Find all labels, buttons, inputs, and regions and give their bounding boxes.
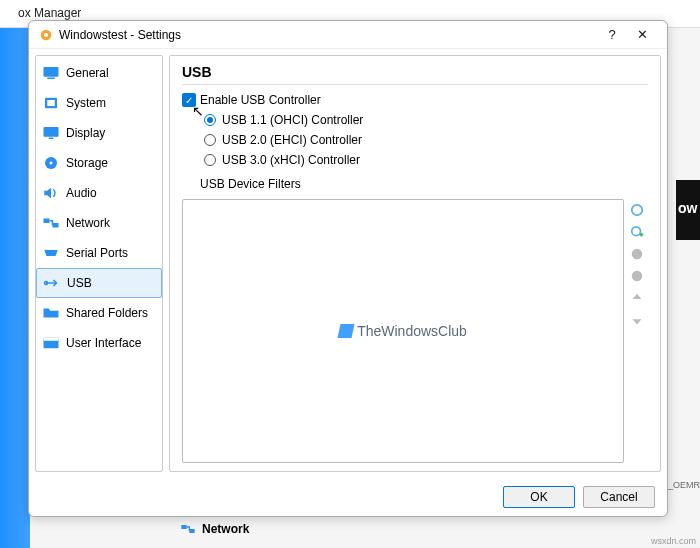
disk-icon <box>42 155 60 171</box>
gear-icon <box>39 28 53 42</box>
sidebar-item-user-interface[interactable]: User Interface <box>36 328 162 358</box>
svg-rect-2 <box>44 67 59 77</box>
svg-point-1 <box>44 32 48 36</box>
radio-icon <box>204 154 216 166</box>
parent-sidebar-strip <box>0 28 30 548</box>
sidebar-item-label: Shared Folders <box>66 306 148 320</box>
radio-icon <box>204 134 216 146</box>
watermark-text: TheWindowsClub <box>357 323 467 339</box>
add-filter-from-device-button[interactable] <box>628 223 646 241</box>
radio-usb11[interactable]: USB 1.1 (OHCI) Controller <box>204 113 648 127</box>
settings-sidebar: General System Display Storage Audio Net… <box>35 55 163 472</box>
help-button[interactable]: ? <box>597 27 627 42</box>
network-icon <box>180 522 196 536</box>
sidebar-item-system[interactable]: System <box>36 88 162 118</box>
sidebar-item-audio[interactable]: Audio <box>36 178 162 208</box>
svg-rect-10 <box>44 219 50 224</box>
svg-rect-13 <box>44 338 59 341</box>
settings-panel: USB ✓ Enable USB Controller ↖ USB 1.1 (O… <box>169 55 661 472</box>
ok-button[interactable]: OK <box>503 486 575 508</box>
sidebar-item-usb[interactable]: USB <box>36 268 162 298</box>
cursor-icon: ↖ <box>192 103 204 119</box>
dialog-title: Windowstest - Settings <box>59 28 597 42</box>
sidebar-item-label: Display <box>66 126 105 140</box>
sidebar-item-label: Storage <box>66 156 108 170</box>
svg-point-17 <box>632 271 643 282</box>
svg-rect-11 <box>53 223 59 228</box>
close-button[interactable]: ✕ <box>627 27 657 42</box>
filter-buttons <box>628 199 648 463</box>
svg-rect-18 <box>181 525 186 529</box>
display-icon <box>42 125 60 141</box>
sidebar-item-general[interactable]: General <box>36 58 162 88</box>
speaker-icon <box>42 185 60 201</box>
sidebar-item-label: General <box>66 66 109 80</box>
cancel-button[interactable]: Cancel <box>583 486 655 508</box>
svg-point-15 <box>632 227 641 236</box>
network-icon <box>42 215 60 231</box>
svg-rect-5 <box>47 100 55 106</box>
svg-rect-7 <box>49 138 54 140</box>
radio-usb30[interactable]: USB 3.0 (xHCI) Controller <box>204 153 648 167</box>
sidebar-item-label: Serial Ports <box>66 246 128 260</box>
sidebar-item-serial-ports[interactable]: Serial Ports <box>36 238 162 268</box>
settings-dialog: Windowstest - Settings ? ✕ General Syste… <box>28 20 668 517</box>
ui-icon <box>42 335 60 351</box>
edit-filter-button[interactable] <box>628 245 646 263</box>
titlebar: Windowstest - Settings ? ✕ <box>29 21 667 49</box>
move-filter-up-button[interactable] <box>628 289 646 307</box>
usb-filters-list[interactable]: TheWindowsClub <box>182 199 624 463</box>
sidebar-item-label: Network <box>66 216 110 230</box>
svg-point-16 <box>632 249 643 260</box>
watermark-icon <box>338 324 355 338</box>
oem-label: _OEMR <box>668 480 700 490</box>
sidebar-item-label: User Interface <box>66 336 141 350</box>
sidebar-item-label: Audio <box>66 186 97 200</box>
sidebar-item-network[interactable]: Network <box>36 208 162 238</box>
enable-usb-label: Enable USB Controller <box>200 93 321 107</box>
panel-heading: USB <box>182 64 648 80</box>
radio-label: USB 3.0 (xHCI) Controller <box>222 153 360 167</box>
folder-icon <box>42 305 60 321</box>
image-credit: wsxdn.com <box>651 536 696 546</box>
serial-icon <box>42 245 60 261</box>
svg-rect-19 <box>189 529 194 533</box>
radio-label: USB 1.1 (OHCI) Controller <box>222 113 363 127</box>
svg-rect-6 <box>44 127 59 137</box>
chip-icon <box>42 95 60 111</box>
usb-icon <box>43 275 61 291</box>
sidebar-item-storage[interactable]: Storage <box>36 148 162 178</box>
radio-usb20[interactable]: USB 2.0 (EHCI) Controller <box>204 133 648 147</box>
dialog-button-row: OK Cancel <box>29 478 667 516</box>
svg-point-9 <box>50 162 53 165</box>
filters-label: USB Device Filters <box>200 177 648 191</box>
network-label: Network <box>202 522 249 536</box>
svg-rect-3 <box>47 78 55 80</box>
panel-separator <box>182 84 648 85</box>
parent-network-section[interactable]: Network <box>180 522 249 536</box>
sidebar-item-shared-folders[interactable]: Shared Folders <box>36 298 162 328</box>
monitor-icon <box>42 65 60 81</box>
radio-label: USB 2.0 (EHCI) Controller <box>222 133 362 147</box>
watermark: TheWindowsClub <box>339 323 467 339</box>
add-empty-filter-button[interactable] <box>628 201 646 219</box>
radio-icon <box>204 114 216 126</box>
sidebar-item-label: USB <box>67 276 92 290</box>
sidebar-item-display[interactable]: Display <box>36 118 162 148</box>
remove-filter-button[interactable] <box>628 267 646 285</box>
parent-right-strip: ow <box>676 180 700 240</box>
move-filter-down-button[interactable] <box>628 311 646 329</box>
sidebar-item-label: System <box>66 96 106 110</box>
svg-point-14 <box>632 205 643 216</box>
